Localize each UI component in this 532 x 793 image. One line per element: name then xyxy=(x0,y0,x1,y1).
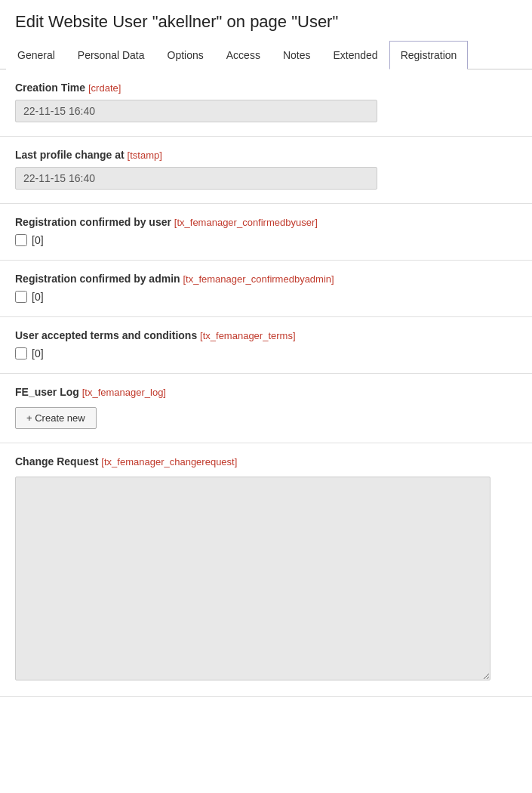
reg-confirmed-user-label: Registration confirmed by user [tx_feman… xyxy=(15,216,517,228)
page-title: Edit Website User "akellner" on page "Us… xyxy=(0,0,532,41)
user-accepted-terms-section: User accepted terms and conditions [tx_f… xyxy=(0,317,532,374)
fe-user-log-section: FE_user Log [tx_femanager_log] + Create … xyxy=(0,374,532,443)
user-accepted-terms-row: [0] xyxy=(15,347,517,359)
last-profile-change-label: Last profile change at [tstamp] xyxy=(15,149,517,161)
tab-general[interactable]: General xyxy=(6,41,66,69)
tab-options[interactable]: Options xyxy=(156,41,215,69)
user-accepted-terms-label: User accepted terms and conditions [tx_f… xyxy=(15,329,517,341)
fe-user-log-key: [tx_femanager_log] xyxy=(82,387,166,398)
change-request-textarea[interactable] xyxy=(15,477,490,680)
reg-confirmed-user-row: [0] xyxy=(15,234,517,246)
change-request-key: [tx_femanager_changerequest] xyxy=(101,456,237,467)
content-area: Creation Time [crdate] Last profile chan… xyxy=(0,69,532,697)
reg-confirmed-admin-row: [0] xyxy=(15,291,517,303)
last-profile-change-input[interactable] xyxy=(15,167,377,190)
user-accepted-terms-key: [tx_femanager_terms] xyxy=(200,330,295,341)
tab-access[interactable]: Access xyxy=(215,41,272,69)
create-new-button[interactable]: + Create new xyxy=(15,407,97,429)
creation-time-section: Creation Time [crdate] xyxy=(0,69,532,137)
creation-time-key: [crdate] xyxy=(88,82,121,94)
reg-confirmed-admin-value: [0] xyxy=(32,291,44,303)
reg-confirmed-user-checkbox[interactable] xyxy=(15,234,27,246)
reg-confirmed-user-value: [0] xyxy=(32,234,44,246)
reg-confirmed-user-key: [tx_femanager_confirmedbyuser] xyxy=(174,217,318,228)
reg-confirmed-user-section: Registration confirmed by user [tx_feman… xyxy=(0,204,532,261)
change-request-label: Change Request [tx_femanager_changereque… xyxy=(15,455,517,467)
tab-registration[interactable]: Registration xyxy=(389,41,469,69)
creation-time-label: Creation Time [crdate] xyxy=(15,82,517,94)
fe-user-log-label: FE_user Log [tx_femanager_log] xyxy=(15,386,517,398)
tab-notes[interactable]: Notes xyxy=(272,41,322,69)
tab-extended[interactable]: Extended xyxy=(321,41,389,69)
last-profile-change-section: Last profile change at [tstamp] xyxy=(0,137,532,204)
tab-personal-data[interactable]: Personal Data xyxy=(66,41,156,69)
change-request-section: Change Request [tx_femanager_changereque… xyxy=(0,443,532,697)
user-accepted-terms-value: [0] xyxy=(32,347,44,359)
creation-time-input[interactable] xyxy=(15,100,377,122)
user-accepted-terms-checkbox[interactable] xyxy=(15,347,27,359)
reg-confirmed-admin-key: [tx_femanager_confirmedbyadmin] xyxy=(183,273,334,285)
reg-confirmed-admin-checkbox[interactable] xyxy=(15,291,27,303)
last-profile-change-key: [tstamp] xyxy=(128,150,162,161)
tab-bar: General Personal Data Options Access Not… xyxy=(0,41,532,69)
reg-confirmed-admin-section: Registration confirmed by admin [tx_fema… xyxy=(0,261,532,317)
reg-confirmed-admin-label: Registration confirmed by admin [tx_fema… xyxy=(15,273,517,285)
